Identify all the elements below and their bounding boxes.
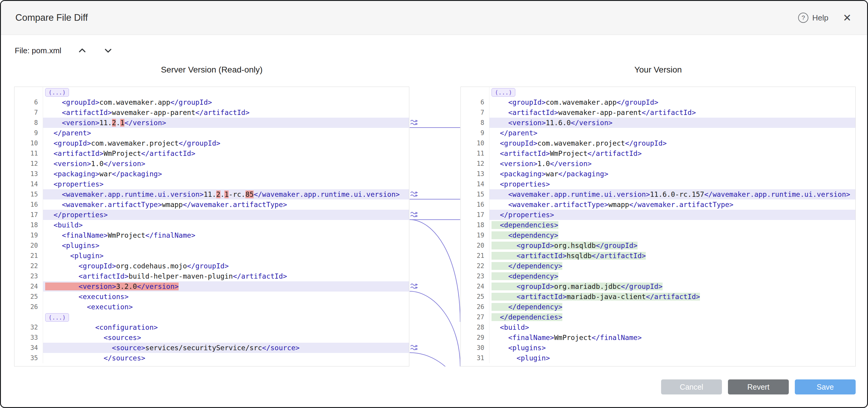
code-text: <wavemaker.artifactType>wmapp</wavemaker… bbox=[489, 200, 855, 210]
help-button[interactable]: ? Help bbox=[798, 13, 828, 23]
server-version-title: Server Version (Read-only) bbox=[14, 63, 409, 77]
your-version-pane[interactable]: (...)6 <groupId>com.wavemaker.app</group… bbox=[461, 87, 856, 367]
code-text: <source>services/securityService/src</so… bbox=[43, 343, 409, 353]
code-text: </sources> bbox=[43, 353, 409, 363]
code-text: <plugins> bbox=[43, 240, 409, 251]
line-number: 14 bbox=[461, 179, 489, 189]
save-button[interactable]: Save bbox=[795, 379, 856, 395]
line-number: 6 bbox=[461, 97, 489, 107]
code-text: <version>1.0</version> bbox=[43, 159, 409, 169]
code-line: 28 <build> bbox=[461, 322, 855, 333]
code-text: <finalName>WmProject</finalName> bbox=[489, 333, 855, 343]
code-line: 18 <build> bbox=[14, 220, 409, 230]
code-line: 29 <finalName>WmProject</finalName> bbox=[461, 333, 855, 343]
code-line: 10 <groupId>com.wavemaker.project</group… bbox=[14, 138, 409, 148]
collapsed-region-chip[interactable]: (...) bbox=[492, 88, 515, 97]
code-line: 14 <properties> bbox=[14, 179, 409, 189]
chevron-up-icon bbox=[77, 47, 87, 55]
line-number: 15 bbox=[14, 189, 43, 200]
code-line: 16 <wavemaker.artifactType>wmapp</wavema… bbox=[461, 200, 855, 210]
line-number: 20 bbox=[461, 240, 489, 251]
code-text: <artifactId>WmProject</artifactId> bbox=[43, 148, 409, 159]
close-icon[interactable]: ✕ bbox=[843, 13, 852, 23]
prev-diff-button[interactable] bbox=[77, 47, 87, 55]
file-toolbar: File: pom.xml bbox=[15, 44, 113, 57]
code-text: <groupId>org.mariadb.jdbc</groupId> bbox=[489, 281, 855, 292]
diff-gutter bbox=[410, 87, 460, 367]
code-text: <packaging>war</packaging> bbox=[489, 169, 855, 179]
code-line: 14 <properties> bbox=[461, 179, 855, 189]
line-number: 31 bbox=[461, 353, 489, 363]
line-number: 26 bbox=[14, 302, 43, 312]
change-marker-icon[interactable] bbox=[410, 191, 421, 198]
line-number: 21 bbox=[14, 251, 43, 261]
code-line: 24 <groupId>org.mariadb.jdbc</groupId> bbox=[461, 281, 855, 292]
line-number: 25 bbox=[461, 292, 489, 302]
code-text: <properties> bbox=[43, 179, 409, 189]
code-text: <dependency> bbox=[489, 230, 855, 240]
line-number: 22 bbox=[461, 261, 489, 271]
line-number: 12 bbox=[461, 159, 489, 169]
your-version-title: Your Version bbox=[461, 63, 856, 77]
revert-button[interactable]: Revert bbox=[728, 379, 789, 395]
code-text: <build> bbox=[489, 322, 855, 333]
line-number: 20 bbox=[14, 240, 43, 251]
line-number: 25 bbox=[14, 292, 43, 302]
line-number: 16 bbox=[14, 200, 43, 210]
line-number: 9 bbox=[461, 128, 489, 138]
code-line: 18 <dependencies> bbox=[461, 220, 855, 230]
code-line: 13 <packaging>war</packaging> bbox=[14, 169, 409, 179]
help-label: Help bbox=[812, 13, 828, 23]
code-line: 10 <groupId>com.wavemaker.project</group… bbox=[461, 138, 855, 148]
line-number: 9 bbox=[14, 128, 43, 138]
change-marker-icon[interactable] bbox=[410, 119, 421, 126]
line-number: 13 bbox=[14, 169, 43, 179]
code-text: <plugins> bbox=[489, 343, 855, 353]
code-text: <plugin> bbox=[43, 251, 409, 261]
file-name-label: File: pom.xml bbox=[15, 46, 61, 55]
line-number bbox=[14, 312, 43, 322]
change-marker-icon[interactable] bbox=[410, 282, 421, 290]
code-text: (...) bbox=[43, 87, 409, 97]
change-marker-icon[interactable] bbox=[410, 211, 421, 218]
line-number: 12 bbox=[14, 159, 43, 169]
code-line: 21 <artifactId>hsqldb</artifactId> bbox=[461, 251, 855, 261]
line-number: 27 bbox=[461, 312, 489, 322]
code-text: (...) bbox=[43, 312, 409, 322]
code-line: 20 <plugins> bbox=[14, 240, 409, 251]
code-text: <plugin> bbox=[489, 353, 855, 363]
server-version-pane[interactable]: (...)6 <groupId>com.wavemaker.app</group… bbox=[14, 87, 409, 367]
code-line: 17 </properties> bbox=[461, 210, 855, 220]
change-marker-icon[interactable] bbox=[410, 344, 421, 351]
code-line: 7 <artifactId>wavemaker-app-parent</arti… bbox=[461, 107, 855, 117]
line-number bbox=[461, 87, 489, 97]
code-line: 20 <groupId>org.hsqldb</groupId> bbox=[461, 240, 855, 251]
line-number: 33 bbox=[14, 333, 43, 343]
code-text: <executions> bbox=[43, 292, 409, 302]
code-line: 33 <sources> bbox=[14, 333, 409, 343]
code-text: <version>11.2.1</version> bbox=[43, 117, 409, 128]
code-line: 34 <source>services/securityService/src<… bbox=[14, 343, 409, 353]
code-line: 27 </dependencies> bbox=[461, 312, 855, 322]
line-number: 21 bbox=[461, 251, 489, 261]
line-number: 19 bbox=[461, 230, 489, 240]
line-number: 6 bbox=[14, 97, 43, 107]
cancel-button[interactable]: Cancel bbox=[661, 379, 722, 395]
line-number: 17 bbox=[461, 210, 489, 220]
line-number: 24 bbox=[461, 281, 489, 292]
code-line: 7 <artifactId>wavemaker-app-parent</arti… bbox=[14, 107, 409, 117]
collapsed-region-chip[interactable]: (...) bbox=[45, 88, 69, 97]
code-line: 25 <executions> bbox=[14, 292, 409, 302]
collapsed-region-chip[interactable]: (...) bbox=[45, 313, 69, 321]
line-number: 13 bbox=[461, 169, 489, 179]
line-number: 22 bbox=[14, 261, 43, 271]
line-number: 7 bbox=[461, 107, 489, 117]
line-number: 23 bbox=[14, 271, 43, 281]
line-number: 34 bbox=[14, 343, 43, 353]
code-line: 8 <version>11.6.0</version> bbox=[461, 117, 855, 128]
line-number: 11 bbox=[14, 148, 43, 159]
next-diff-button[interactable] bbox=[103, 47, 113, 55]
line-number: 11 bbox=[461, 148, 489, 159]
code-line: 8 <version>11.2.1</version> bbox=[14, 117, 409, 128]
line-number: 35 bbox=[14, 353, 43, 363]
